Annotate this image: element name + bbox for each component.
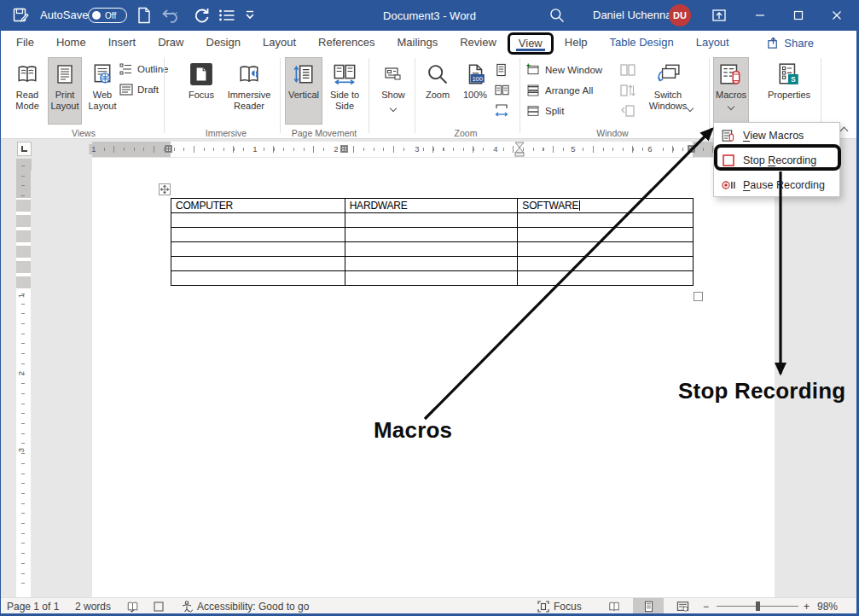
table-cell[interactable]: COMPUTER — [171, 199, 345, 213]
tab-layout[interactable]: Layout — [252, 31, 307, 55]
table-cell[interactable] — [171, 242, 345, 257]
tab-help[interactable]: Help — [554, 31, 599, 55]
proofing-icon[interactable] — [126, 598, 139, 614]
macro-stop-recording-icon[interactable] — [154, 598, 164, 614]
table-cell[interactable] — [345, 228, 518, 242]
table-cell[interactable] — [518, 242, 694, 257]
tab-review[interactable]: Review — [449, 31, 508, 55]
bullet-list-icon[interactable] — [218, 9, 235, 22]
page-indicator[interactable]: Page 1 of 1 — [7, 598, 59, 614]
table-cell[interactable] — [518, 213, 694, 228]
table-column-marker[interactable] — [688, 145, 695, 153]
menu-item-view-macros[interactable]: View Macros — [714, 123, 839, 148]
web-layout-button[interactable]: Web Layout — [84, 57, 121, 125]
vertical-button[interactable]: Vertical — [285, 57, 322, 125]
tab-table-design[interactable]: Table Design — [599, 31, 685, 55]
new-document-icon[interactable] — [136, 7, 152, 24]
account-name[interactable]: Daniel Uchenna — [593, 9, 672, 21]
customize-qat-chevron-icon[interactable] — [244, 10, 256, 20]
table-row-marker[interactable] — [16, 230, 31, 242]
web-layout-view-button[interactable] — [667, 598, 698, 614]
table-row-marker[interactable] — [16, 200, 31, 212]
collapse-ribbon-icon[interactable] — [840, 127, 849, 136]
accessibility-status[interactable]: Accessibility: Good to go — [181, 598, 309, 614]
table-cell[interactable] — [171, 213, 345, 228]
tab-view[interactable]: View — [508, 32, 554, 55]
indent-markers[interactable] — [513, 142, 526, 160]
table-cell[interactable] — [345, 213, 518, 228]
tab-mailings[interactable]: Mailings — [386, 31, 450, 55]
table-cell[interactable]: SOFTWARE — [518, 199, 694, 213]
zoom-button[interactable]: Zoom — [419, 57, 456, 125]
avatar[interactable]: DU — [669, 4, 691, 26]
draft-button[interactable]: Draft — [119, 81, 159, 98]
print-layout-view-button[interactable] — [633, 598, 664, 614]
one-page-button[interactable] — [495, 61, 508, 78]
tab-home[interactable]: Home — [45, 31, 97, 55]
table-cell[interactable] — [345, 257, 518, 271]
document-table[interactable]: COMPUTER HARDWARE SOFTWARE — [171, 198, 694, 286]
zoom-out-button[interactable]: − — [703, 598, 709, 614]
maximize-button[interactable] — [787, 5, 810, 26]
tab-insert[interactable]: Insert — [97, 31, 148, 55]
reset-window-position-button[interactable] — [620, 102, 636, 119]
autosave-toggle[interactable]: Off — [88, 8, 127, 23]
macros-button[interactable]: Macros — [713, 57, 749, 125]
tab-design[interactable]: Design — [195, 31, 252, 55]
zoom-percentage[interactable]: 98% — [817, 598, 838, 614]
table-row-marker[interactable] — [16, 261, 31, 273]
table-row-marker[interactable] — [16, 276, 31, 288]
undo-icon[interactable] — [160, 8, 184, 23]
split-button[interactable]: Split — [525, 102, 564, 119]
tab-draw[interactable]: Draw — [147, 31, 194, 55]
switch-windows-button[interactable]: Switch Windows — [641, 57, 694, 125]
table-move-handle[interactable] — [159, 183, 171, 195]
table-cell[interactable] — [345, 271, 518, 286]
ribbon-display-options-icon[interactable] — [708, 5, 730, 26]
table-resize-handle[interactable] — [694, 292, 703, 301]
arrange-all-button[interactable]: Arrange All — [525, 82, 593, 99]
focus-button[interactable]: Focus — [182, 57, 221, 125]
table-row-marker[interactable] — [16, 246, 31, 258]
table-cell[interactable] — [518, 228, 694, 242]
table-cell[interactable] — [345, 242, 518, 257]
table-row-marker[interactable] — [16, 215, 31, 227]
outline-button[interactable]: Outline — [119, 61, 168, 78]
close-button[interactable] — [826, 5, 848, 26]
table-cell[interactable] — [518, 271, 694, 286]
save-icon[interactable] — [12, 7, 29, 24]
read-mode-button[interactable]: Read Mode — [9, 57, 46, 125]
minimize-button[interactable] — [749, 5, 771, 26]
read-mode-view-button[interactable] — [599, 598, 630, 614]
table-cell[interactable] — [518, 257, 694, 271]
table-column-marker[interactable] — [165, 145, 172, 153]
search-icon[interactable] — [548, 7, 566, 24]
immersive-reader-button[interactable]: Immersive Reader — [223, 57, 276, 125]
page-width-button[interactable] — [495, 102, 508, 119]
table-cell[interactable]: HARDWARE — [345, 199, 518, 213]
multiple-pages-button[interactable] — [495, 82, 509, 99]
synchronous-scrolling-button[interactable] — [620, 82, 636, 99]
zoom-slider-thumb[interactable] — [756, 601, 760, 611]
show-dropdown-button[interactable]: Show — [374, 57, 413, 125]
table-cell[interactable] — [171, 257, 345, 271]
side-to-side-button[interactable]: Side to Side — [324, 57, 365, 125]
focus-mode-button[interactable]: Focus — [537, 598, 582, 614]
redo-icon[interactable] — [193, 7, 210, 24]
view-side-by-side-button[interactable] — [620, 61, 636, 78]
tab-file[interactable]: File — [5, 31, 45, 55]
zoom-100-button[interactable]: 100 100% — [457, 57, 493, 125]
table-cell[interactable] — [171, 271, 345, 286]
table-column-marker[interactable] — [340, 145, 348, 153]
table-cell[interactable] — [171, 228, 345, 242]
word-count[interactable]: 2 words — [75, 598, 111, 614]
new-window-button[interactable]: New Window — [525, 61, 602, 78]
menu-item-pause-recording[interactable]: Pause Recording — [714, 172, 839, 197]
tab-table-layout[interactable]: Layout — [685, 31, 740, 55]
properties-button[interactable]: S Properties — [764, 57, 814, 125]
share-button[interactable]: Share — [760, 33, 821, 52]
menu-item-stop-recording[interactable]: Stop Recording — [714, 148, 839, 172]
print-layout-button[interactable]: Print Layout — [48, 57, 82, 125]
vertical-ruler[interactable]: 1 2 3 — [16, 159, 31, 597]
zoom-in-button[interactable]: + — [804, 598, 810, 614]
